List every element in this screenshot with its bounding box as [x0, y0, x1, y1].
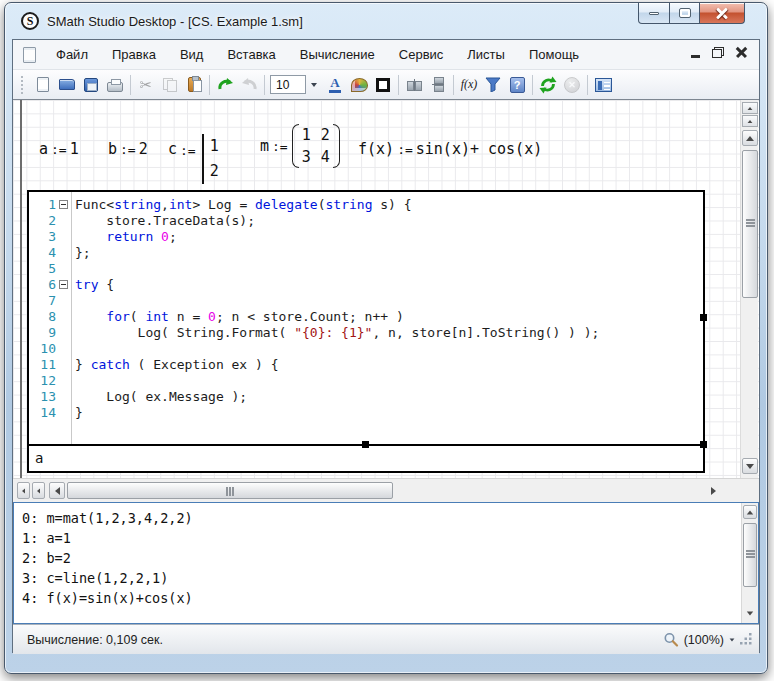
save-button[interactable]	[79, 73, 103, 97]
menu-item-view[interactable]: Вид	[168, 42, 216, 67]
recalculate-button[interactable]	[536, 73, 560, 97]
minimize-button[interactable]	[638, 3, 670, 24]
math-region-f[interactable]: f(x):=sin(x)+ cos(x)	[358, 140, 542, 158]
menu-item-help[interactable]: Помощь	[517, 42, 591, 67]
math-region-a[interactable]: a:=1	[39, 140, 79, 158]
console-scroll-down-button[interactable]	[743, 606, 757, 620]
line-number: 13	[29, 389, 56, 404]
vertical-scroll-thumb[interactable]	[742, 150, 758, 298]
split-view-button-bottom[interactable]	[742, 115, 758, 127]
new-document-button[interactable]	[31, 73, 55, 97]
font-size-dropdown[interactable]	[306, 75, 321, 94]
font-size-value[interactable]: 10	[270, 75, 306, 94]
mdi-minimize-icon[interactable]	[691, 55, 700, 58]
menu-item-tools[interactable]: Сервис	[387, 42, 456, 67]
menu-item-edit[interactable]: Правка	[100, 42, 168, 67]
code-line[interactable]: 2 store.TraceData(s);	[29, 212, 703, 228]
menu-item-file[interactable]: Файл	[44, 42, 100, 67]
horizontal-scroll-thumb[interactable]	[67, 482, 393, 499]
code-line[interactable]: 3 return 0;	[29, 228, 703, 244]
worksheet-vertical-scrollbar[interactable]	[740, 100, 758, 478]
menu-item-calculation[interactable]: Вычисление	[288, 42, 387, 67]
scroll-right-button[interactable]	[705, 482, 721, 499]
magnifier-icon[interactable]	[663, 632, 679, 648]
code-line[interactable]: 8 for( int n = 0; n < store.Count; n++ )	[29, 308, 703, 324]
insert-function-button[interactable]: f(x)	[457, 73, 481, 97]
up-arrow-icon	[746, 136, 754, 141]
font-color-button[interactable]: A	[323, 73, 347, 97]
code-region-output-variable[interactable]: a	[29, 446, 703, 469]
line-number: 14	[29, 405, 56, 420]
close-icon	[716, 7, 728, 19]
line-number: 8	[29, 309, 56, 324]
console-vertical-scrollbar[interactable]	[741, 503, 758, 623]
output-console[interactable]: 0: m=mat(1,2,3,4,2,2)1: a=12: b=23: c=li…	[13, 502, 759, 624]
align-vertical-button[interactable]	[426, 73, 450, 97]
split-view-button-right[interactable]	[32, 482, 45, 499]
align-horizontal-button[interactable]	[402, 73, 426, 97]
code-line[interactable]: 4};	[29, 244, 703, 260]
code-line[interactable]: 11} catch ( Exception ex ) {	[29, 356, 703, 372]
split-view-button-left[interactable]	[17, 482, 30, 499]
menu-item-pages[interactable]: Листы	[455, 42, 517, 67]
open-document-button[interactable]	[55, 73, 79, 97]
scroll-left-button[interactable]	[49, 482, 65, 499]
calculation-time-label: Вычисление: 0,109 сек.	[27, 633, 163, 647]
scroll-up-button[interactable]	[742, 130, 758, 146]
interrupt-button[interactable]: ✕	[560, 73, 584, 97]
maximize-button[interactable]	[669, 3, 700, 24]
code-line[interactable]: 10	[29, 340, 703, 356]
close-button[interactable]	[699, 3, 745, 24]
reference-book-button[interactable]: ?	[505, 73, 529, 97]
console-scroll-thumb[interactable]	[743, 523, 757, 587]
cut-button[interactable]: ✂	[134, 73, 158, 97]
zoom-level[interactable]: (100%)	[684, 633, 724, 647]
split-view-button-top[interactable]	[742, 102, 758, 114]
math-region-b[interactable]: b:=2	[108, 140, 148, 158]
math-region-c[interactable]: c:= 1 2	[168, 134, 219, 184]
down-arrow-icon	[746, 464, 754, 469]
resize-handle-corner[interactable]	[700, 441, 707, 448]
scroll-down-button[interactable]	[742, 458, 758, 474]
function-filter-button[interactable]	[481, 73, 505, 97]
redo-button[interactable]	[237, 73, 261, 97]
toolbar-grip[interactable]	[21, 76, 25, 94]
worksheet-horizontal-scrollbar[interactable]	[13, 478, 759, 502]
fold-collapse-icon[interactable]	[59, 280, 68, 289]
menu-item-insert[interactable]: Вставка	[215, 42, 287, 67]
undo-button[interactable]	[213, 73, 237, 97]
resize-handle-bottom[interactable]	[362, 441, 369, 448]
code-line[interactable]: 1Func<string,int> Log = delegate(string …	[29, 196, 703, 212]
code-line[interactable]: 14}	[29, 404, 703, 420]
copy-button[interactable]	[158, 73, 182, 97]
options-button[interactable]	[591, 73, 615, 97]
code-editor[interactable]: 1Func<string,int> Log = delegate(string …	[29, 192, 703, 446]
code-line[interactable]: 6try {	[29, 276, 703, 292]
code-line[interactable]: 5	[29, 260, 703, 276]
resize-handle-right[interactable]	[700, 314, 707, 321]
mdi-close-icon[interactable]	[736, 47, 747, 58]
print-button[interactable]	[103, 73, 127, 97]
paste-button[interactable]	[182, 73, 206, 97]
line-number: 3	[29, 229, 56, 244]
border-button[interactable]	[371, 73, 395, 97]
code-line[interactable]: 13 Log( ex.Message );	[29, 388, 703, 404]
code-line[interactable]: 7	[29, 292, 703, 308]
zoom-dropdown-icon[interactable]	[730, 638, 735, 641]
code-line[interactable]: 12	[29, 372, 703, 388]
console-scroll-up-button[interactable]	[743, 505, 757, 519]
assign-operator: :=	[51, 142, 67, 157]
line-number: 1	[29, 197, 56, 212]
function-icon: f(x)	[461, 77, 478, 92]
font-size-combo[interactable]: 10	[270, 75, 321, 94]
code-region[interactable]: 1Func<string,int> Log = delegate(string …	[27, 190, 705, 473]
worksheet[interactable]: a:=1 b:=2 c:= 1 2 m:= 12 34	[13, 100, 759, 478]
titlebar[interactable]: S SMath Studio Desktop - [CS. Example 1.…	[5, 3, 767, 39]
math-region-m[interactable]: m:= 12 34	[260, 124, 340, 168]
mdi-restore-icon[interactable]	[712, 47, 724, 58]
code-line[interactable]: 9 Log( String.Format( "{0}: {1}", n, sto…	[29, 324, 703, 340]
fold-collapse-icon[interactable]	[59, 200, 68, 209]
resize-grip[interactable]	[740, 633, 753, 646]
funnel-icon	[485, 77, 501, 92]
background-color-button[interactable]	[347, 73, 371, 97]
